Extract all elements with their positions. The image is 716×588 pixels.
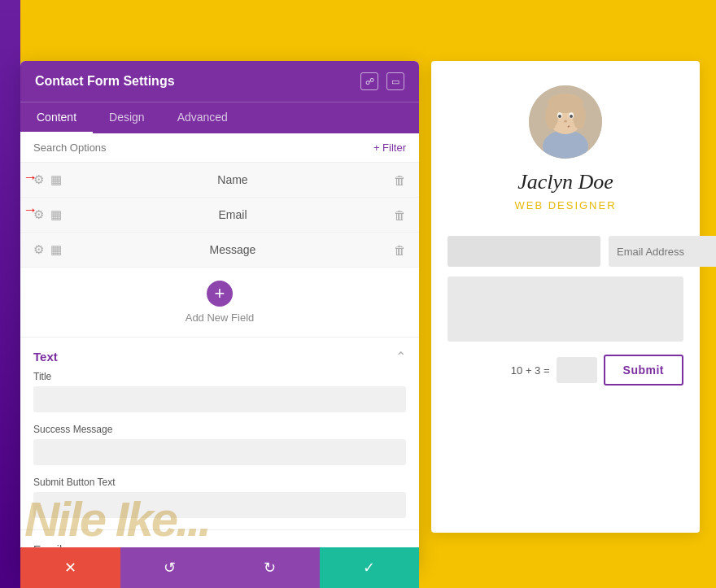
captcha-row: 10 + 3 = Submit: [448, 355, 683, 385]
tab-content[interactable]: Content: [20, 102, 93, 133]
field-name-label: Name: [72, 173, 394, 186]
panel-header: Contact Form Settings ☍ ▭: [20, 61, 419, 102]
success-input[interactable]: [33, 439, 406, 465]
redo-icon: ↻: [264, 559, 276, 577]
field-email-icons: ⚙ ▦: [33, 207, 62, 222]
layout-icon[interactable]: ▭: [386, 72, 404, 90]
panel-header-icons: ☍ ▭: [360, 72, 404, 90]
save-icon: ✓: [363, 559, 375, 577]
settings-panel: Contact Form Settings ☍ ▭ Content Design…: [20, 61, 419, 568]
submit-text-label: Submit Button Text: [33, 477, 406, 488]
field-row-message: ⚙ ▦ Message 🗑: [20, 233, 419, 268]
undo-icon: ↺: [164, 559, 176, 577]
submit-text-group: Submit Button Text: [33, 477, 406, 518]
title-group: Title: [33, 371, 406, 412]
text-section: Text ⌃ Title Success Message Submit Butt…: [20, 337, 419, 518]
field-row-email: ⚙ ▦ Email 🗑: [20, 198, 419, 233]
field-settings-icon-3[interactable]: ⚙: [33, 242, 44, 257]
field-duplicate-icon-3[interactable]: ▦: [50, 242, 62, 257]
cancel-icon: ✕: [64, 559, 76, 577]
search-bar: + Filter: [20, 133, 419, 163]
add-field-button[interactable]: +: [207, 281, 233, 307]
profile-title: Web Designer: [514, 199, 616, 211]
name-preview-input[interactable]: [448, 236, 600, 267]
red-arrow-name: →: [23, 169, 37, 186]
profile-name: Jaclyn Doe: [517, 170, 613, 194]
success-label: Success Message: [33, 424, 406, 435]
name-email-row: [448, 236, 683, 267]
svg-point-11: [555, 123, 568, 133]
contact-form-preview: 10 + 3 = Submit: [448, 236, 683, 385]
success-group: Success Message: [33, 424, 406, 465]
tab-advanced[interactable]: Advanced: [161, 102, 244, 133]
svg-point-5: [573, 103, 586, 129]
svg-point-8: [558, 115, 561, 118]
purple-edge-decoration: [0, 0, 20, 588]
title-label: Title: [33, 371, 406, 382]
avatar: [529, 85, 602, 159]
profile-card: Jaclyn Doe Web Designer 10 + 3 = Submit: [431, 61, 700, 533]
undo-button[interactable]: ↺: [120, 547, 220, 588]
field-delete-icon[interactable]: 🗑: [394, 173, 406, 187]
filter-button[interactable]: + Filter: [373, 142, 406, 154]
svg-point-10: [564, 120, 567, 123]
field-delete-icon-2[interactable]: 🗑: [394, 208, 406, 222]
captcha-input[interactable]: [557, 357, 597, 383]
field-duplicate-icon[interactable]: ▦: [50, 172, 62, 187]
submit-text-input[interactable]: [33, 492, 406, 518]
tab-design[interactable]: Design: [93, 102, 161, 133]
text-section-header: Text ⌃: [33, 338, 406, 371]
field-email-label: Email: [72, 208, 394, 221]
bottom-toolbar: ✕ ↺ ↻ ✓: [20, 547, 419, 588]
field-row-name: ⚙ ▦ Name 🗑: [20, 163, 419, 198]
text-section-toggle[interactable]: ⌃: [395, 349, 406, 364]
cancel-button[interactable]: ✕: [20, 547, 120, 588]
field-delete-icon-3[interactable]: 🗑: [394, 243, 406, 257]
svg-point-9: [570, 115, 573, 118]
field-duplicate-icon-2[interactable]: ▦: [50, 207, 62, 222]
text-section-title: Text: [33, 350, 58, 364]
message-preview-input[interactable]: [448, 277, 683, 342]
field-name-icons: ⚙ ▦: [33, 172, 62, 187]
add-field-area: + Add New Field: [20, 268, 419, 337]
red-arrow-email: →: [23, 202, 37, 219]
title-input[interactable]: [33, 386, 406, 412]
redo-button[interactable]: ↻: [220, 547, 320, 588]
settings-icon[interactable]: ☍: [360, 72, 378, 90]
field-message-label: Message: [72, 243, 394, 256]
panel-title: Contact Form Settings: [35, 74, 175, 89]
submit-button[interactable]: Submit: [604, 355, 683, 385]
search-input[interactable]: [33, 142, 373, 154]
captcha-text: 10 + 3 =: [511, 364, 550, 377]
email-preview-input[interactable]: [609, 236, 716, 267]
add-field-label: Add New Field: [186, 311, 255, 324]
panel-tabs: Content Design Advanced: [20, 102, 419, 133]
field-message-icons: ⚙ ▦: [33, 242, 62, 257]
save-button[interactable]: ✓: [320, 547, 420, 588]
